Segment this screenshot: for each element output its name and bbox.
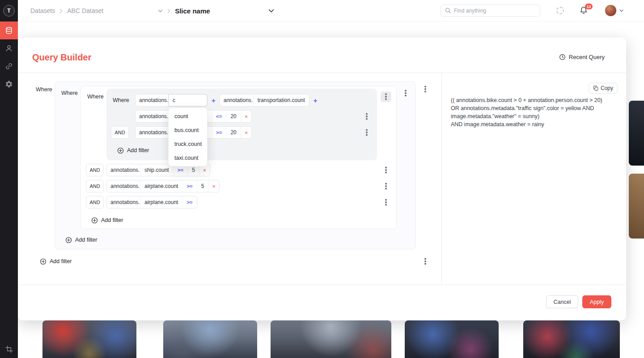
plus-combine-operator[interactable]: + xyxy=(212,97,216,104)
kebab-menu-icon[interactable] xyxy=(361,127,372,138)
kebab-menu-icon[interactable] xyxy=(420,256,431,267)
dropdown-option[interactable]: truck.count xyxy=(169,137,207,151)
sidebar-item-profile[interactable] xyxy=(0,39,18,57)
query-preview-line: OR annotations.metadata."traffic sign".c… xyxy=(451,104,617,112)
chevron-down-icon[interactable] xyxy=(268,9,274,13)
modal-title: Query Builder xyxy=(32,52,91,63)
add-filter-label: Add filter xyxy=(75,237,97,243)
add-filter-label: Add filter xyxy=(50,258,72,264)
kebab-menu-icon[interactable] xyxy=(400,88,411,98)
plus-circle-icon xyxy=(91,217,98,224)
chevron-down-icon[interactable] xyxy=(619,9,623,12)
filter-expression: annotations. xyxy=(135,94,208,107)
filter-field-name[interactable]: transportation.count xyxy=(253,94,309,106)
filter-row: AND annotations. airplane.count >= 5 × xyxy=(86,180,220,192)
recent-query-button[interactable]: Recent Query xyxy=(559,54,605,60)
and-operator-chip[interactable]: AND xyxy=(111,126,129,139)
where-label: Where xyxy=(61,90,78,96)
filter-field-prefix[interactable]: annotations. xyxy=(135,94,168,107)
kebab-menu-icon[interactable] xyxy=(361,111,372,122)
filter-field-name[interactable]: airplane.count xyxy=(140,196,182,208)
chevron-right-icon xyxy=(167,9,170,13)
filter-row: Where annotations. + annotations. transp… xyxy=(113,94,319,107)
filter-field-prefix[interactable]: annotations. xyxy=(136,111,169,122)
filter-expression: annotations. airplane.count >= 5 × xyxy=(106,180,220,192)
sidebar-item-crop-tool[interactable] xyxy=(0,340,18,358)
dropdown-option[interactable]: taxi.count xyxy=(169,151,207,165)
plus-circle-icon xyxy=(117,147,124,154)
kebab-dots xyxy=(385,169,387,171)
kebab-menu-icon[interactable] xyxy=(420,84,431,94)
filter-value[interactable]: 20 xyxy=(226,111,240,122)
gallery-thumbnail xyxy=(405,320,499,358)
app-sidebar: T xyxy=(0,0,18,358)
kebab-dots xyxy=(385,185,387,187)
search-input[interactable] xyxy=(454,8,536,14)
where-label: Where xyxy=(36,86,52,93)
filter-field-prefix[interactable]: annotations. xyxy=(107,180,140,192)
dropdown-option[interactable]: bus.count xyxy=(169,123,207,137)
remove-filter-icon[interactable]: × xyxy=(208,180,220,192)
query-preview-line: (( annotations.bike.count > 0 + annotati… xyxy=(451,96,617,104)
filter-field-prefix[interactable]: annotations. xyxy=(107,164,140,176)
remove-filter-icon[interactable]: × xyxy=(241,127,252,138)
add-filter-button[interactable]: Add filter xyxy=(117,147,149,154)
filter-field-prefix[interactable]: annotations. xyxy=(220,94,253,106)
sidebar-item-datasets[interactable] xyxy=(0,21,18,39)
kebab-menu-icon[interactable] xyxy=(381,91,391,102)
and-operator-chip[interactable]: AND xyxy=(86,196,104,209)
field-search-input[interactable] xyxy=(168,94,208,107)
clock-icon xyxy=(559,54,566,60)
plus-combine-operator[interactable]: + xyxy=(314,97,318,104)
cancel-button[interactable]: Cancel xyxy=(546,295,578,308)
gallery-thumbnail xyxy=(163,320,257,358)
user-avatar[interactable] xyxy=(605,4,617,17)
filter-operator[interactable]: >= xyxy=(182,180,196,192)
filter-operator[interactable]: <= xyxy=(212,111,226,122)
filter-field-name[interactable]: airplane.count xyxy=(140,180,182,192)
add-filter-button[interactable]: Add filter xyxy=(65,236,97,243)
sidebar-item-links[interactable] xyxy=(0,57,18,75)
breadcrumb-slice-name[interactable]: Slice name xyxy=(175,7,210,15)
kebab-dots xyxy=(405,92,407,94)
and-operator-chip[interactable]: AND xyxy=(86,180,104,192)
filter-operator[interactable]: >= xyxy=(182,196,196,208)
add-filter-label: Add filter xyxy=(101,217,123,223)
sidebar-item-settings[interactable] xyxy=(0,75,18,93)
copy-query-button[interactable]: Copy xyxy=(589,83,618,94)
filter-builder-pane: Where Where Where Where annotations. + a… xyxy=(18,72,441,285)
chevron-down-icon[interactable] xyxy=(158,9,163,13)
recent-query-label: Recent Query xyxy=(569,54,605,60)
gallery-thumbnail xyxy=(42,320,136,358)
remove-filter-icon[interactable]: × xyxy=(241,111,252,122)
add-filter-button[interactable]: Add filter xyxy=(40,258,72,265)
filter-value[interactable]: 5 xyxy=(197,180,208,192)
top-navigation-bar: Datasets ABC Dataset Slice name 13 xyxy=(18,0,644,21)
kebab-dots xyxy=(424,88,426,90)
kebab-dots xyxy=(385,96,387,98)
query-builder-modal: Query Builder Recent Query Where Where W… xyxy=(18,38,626,320)
app-logo[interactable]: T xyxy=(3,5,15,17)
pane-divider xyxy=(441,72,442,285)
apply-button[interactable]: Apply xyxy=(582,295,611,308)
breadcrumb-dataset-name[interactable]: ABC Dataset xyxy=(67,7,103,14)
dropdown-option[interactable]: count xyxy=(169,109,207,123)
global-search xyxy=(441,4,540,17)
filter-field-name[interactable]: ship.count xyxy=(140,164,173,176)
filter-value[interactable]: 20 xyxy=(226,127,240,138)
kebab-menu-icon[interactable] xyxy=(381,197,391,208)
add-filter-button[interactable]: Add filter xyxy=(91,217,123,224)
query-preview-line: AND image.metadata.weather = rainy xyxy=(451,120,617,128)
kebab-menu-icon[interactable] xyxy=(381,165,391,175)
copy-icon xyxy=(593,85,598,91)
and-operator-chip[interactable]: AND xyxy=(86,164,104,176)
chevron-right-icon xyxy=(59,9,63,13)
filter-field-prefix[interactable]: annotations. xyxy=(136,127,169,138)
filter-operator[interactable]: >= xyxy=(212,127,226,138)
kebab-menu-icon[interactable] xyxy=(381,181,391,192)
gallery-thumbnail xyxy=(523,320,620,358)
filter-field-prefix[interactable]: annotations. xyxy=(107,196,140,208)
breadcrumb-datasets[interactable]: Datasets xyxy=(30,7,55,14)
crop-icon xyxy=(5,345,13,353)
notifications-button[interactable]: 13 xyxy=(579,6,589,16)
